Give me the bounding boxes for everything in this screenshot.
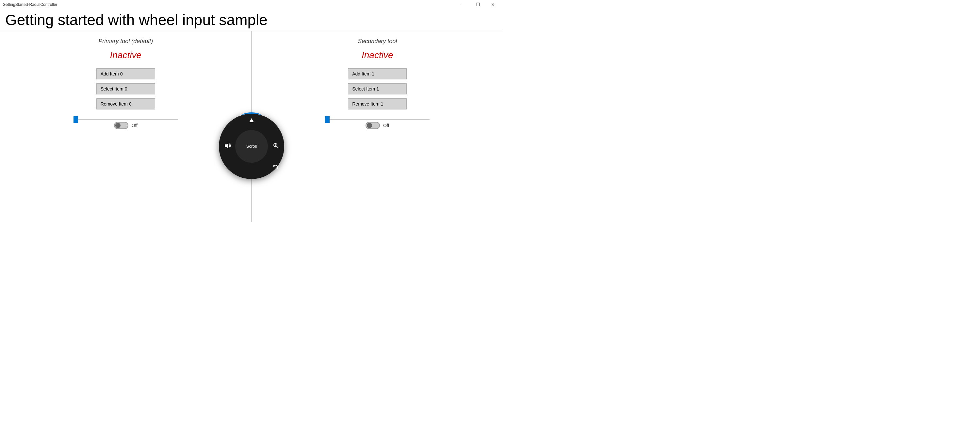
secondary-toggle-label: Off xyxy=(383,123,389,128)
minimize-button[interactable]: — xyxy=(455,0,470,9)
primary-remove-button[interactable]: Remove Item 0 xyxy=(96,98,155,110)
svg-marker-0 xyxy=(249,118,254,122)
secondary-toggle[interactable] xyxy=(366,122,380,129)
primary-slider-thumb[interactable] xyxy=(73,116,78,123)
primary-status: Inactive xyxy=(110,50,142,61)
main-content: Primary tool (default) Inactive Add Item… xyxy=(0,31,503,222)
secondary-select-button[interactable]: Select Item 1 xyxy=(348,83,407,94)
maximize-button[interactable]: ❐ xyxy=(470,0,485,9)
primary-slider-container xyxy=(73,116,178,117)
radial-inner-circle: Scroll xyxy=(235,130,268,163)
close-button[interactable]: ✕ xyxy=(485,0,500,9)
secondary-slider-track xyxy=(325,119,430,120)
primary-toggle-label: Off xyxy=(132,123,137,128)
radial-center-label: Scroll xyxy=(246,144,257,149)
secondary-toggle-knob xyxy=(367,123,372,128)
primary-select-button[interactable]: Select Item 0 xyxy=(96,83,155,94)
secondary-slider-container xyxy=(325,116,430,117)
secondary-toggle-container: Off xyxy=(366,122,389,129)
svg-line-3 xyxy=(277,147,278,148)
secondary-panel-title: Secondary tool xyxy=(358,38,397,45)
primary-toggle-container: Off xyxy=(114,122,137,129)
primary-add-button[interactable]: Add Item 0 xyxy=(96,68,155,80)
svg-marker-1 xyxy=(225,143,228,148)
primary-panel-title: Primary tool (default) xyxy=(98,38,153,45)
primary-panel: Primary tool (default) Inactive Add Item… xyxy=(0,31,251,222)
secondary-slider-thumb[interactable] xyxy=(325,116,329,123)
radial-zoom-icon xyxy=(273,143,279,150)
radial-volume-icon xyxy=(224,143,231,150)
titlebar: GettingStarted-RadialController — ❐ ✕ xyxy=(0,0,503,9)
secondary-add-button[interactable]: Add Item 1 xyxy=(348,68,407,80)
radial-undo-icon xyxy=(272,165,278,172)
primary-toggle[interactable] xyxy=(114,122,128,129)
radial-wheel[interactable]: Scroll xyxy=(219,114,284,179)
radial-controller-overlay: Scroll xyxy=(219,114,284,179)
radial-top-icon xyxy=(248,118,255,125)
window-controls: — ❐ ✕ xyxy=(455,0,500,9)
app-title: GettingStarted-RadialController xyxy=(3,2,57,7)
primary-toggle-knob xyxy=(115,123,121,128)
secondary-status: Inactive xyxy=(362,50,393,61)
page-title: Getting started with wheel input sample xyxy=(0,9,503,31)
secondary-panel: Secondary tool Inactive Add Item 1 Selec… xyxy=(252,31,503,222)
secondary-remove-button[interactable]: Remove Item 1 xyxy=(348,98,407,110)
primary-slider-track xyxy=(73,119,178,120)
